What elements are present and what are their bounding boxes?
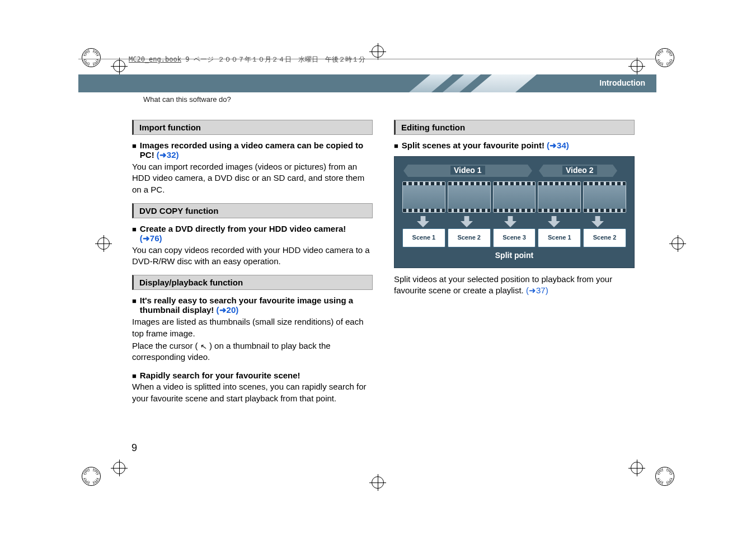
scene-box: Scene 2 bbox=[583, 228, 626, 247]
page-subheader: What can this software do? bbox=[143, 95, 231, 104]
scene-row: Scene 1 Scene 2 Scene 3 Scene 1 Scene 2 bbox=[402, 228, 626, 247]
display-body-2: When a video is splitted into scenes, yo… bbox=[132, 381, 373, 404]
crop-circle-tl bbox=[82, 48, 101, 67]
display-bullet1-label: It's really easy to search your favourit… bbox=[140, 296, 353, 315]
page-number: 9 bbox=[132, 442, 137, 454]
crop-cross-ml bbox=[95, 235, 112, 252]
crop-circle-br bbox=[655, 467, 674, 486]
edit-bullet-link[interactable]: (➜34) bbox=[544, 140, 569, 150]
bullet-icon: ■ bbox=[132, 142, 137, 161]
dvd-bullet-link[interactable]: (➜76) bbox=[140, 233, 346, 243]
down-arrow-icon bbox=[417, 216, 429, 227]
edit-bullet: ■ Split scenes at your favourite point! … bbox=[394, 140, 635, 151]
display-bullet2-label: Rapidly search for your favourite scene! bbox=[140, 371, 300, 380]
bullet-icon: ■ bbox=[132, 372, 137, 381]
display-bullet-1: ■ It's really easy to search your favour… bbox=[132, 296, 373, 315]
crop-cross-tc bbox=[369, 43, 386, 60]
edit-heading: Editing function bbox=[394, 120, 635, 135]
video2-label: Video 2 bbox=[562, 166, 597, 175]
scene-box: Scene 1 bbox=[538, 228, 581, 247]
bullet-icon: ■ bbox=[132, 225, 137, 245]
down-arrow-icon bbox=[461, 216, 473, 227]
crop-cross-br2 bbox=[628, 460, 645, 476]
file-rest: 9 ページ ２００７年１０月２４日 水曜日 午後２時１分 bbox=[181, 55, 365, 63]
dvd-bullet: ■ Create a DVD directly from your HDD vi… bbox=[132, 224, 373, 243]
dvd-bullet-text: Create a DVD directly from your HDD vide… bbox=[140, 224, 346, 243]
film-row bbox=[402, 181, 626, 213]
film-thumb bbox=[448, 181, 491, 213]
display-bullet1-link[interactable]: (➜20) bbox=[214, 305, 238, 315]
edit-body-link[interactable]: (➜37) bbox=[524, 285, 548, 295]
banner-stripes bbox=[420, 74, 554, 92]
import-heading: Import function bbox=[132, 120, 373, 135]
edit-bullet-label: Split scenes at your favourite point! bbox=[402, 140, 544, 150]
dvd-bullet-label: Create a DVD directly from your HDD vide… bbox=[140, 224, 346, 233]
crop-cross-tr2 bbox=[628, 58, 645, 74]
left-column: Import function ■ Images recorded using … bbox=[132, 120, 373, 412]
scene-box: Scene 3 bbox=[493, 228, 536, 247]
down-arrow-icon bbox=[504, 216, 516, 227]
crop-circle-bl bbox=[82, 467, 101, 486]
bullet-icon: ■ bbox=[132, 297, 137, 316]
file-name: MC20_eng.book bbox=[129, 55, 181, 63]
down-arrow-icon bbox=[591, 216, 604, 227]
film-thumb bbox=[402, 181, 445, 213]
display-bullet-2: ■ Rapidly search for your favourite scen… bbox=[132, 371, 373, 380]
display-body-1a: Images are listed as thumbnails (small s… bbox=[132, 316, 373, 339]
scene-box: Scene 2 bbox=[448, 228, 491, 247]
display-bullet1-text: It's really easy to search your favourit… bbox=[140, 296, 373, 315]
right-column: Editing function ■ Split scenes at your … bbox=[394, 120, 635, 412]
film-thumb bbox=[538, 181, 581, 213]
import-body: You can import recorded images (videos o… bbox=[132, 161, 373, 195]
display-body-1b: Place the cursor ( ↖ ) on a thumbnail to… bbox=[132, 340, 373, 363]
dvd-heading: DVD COPY function bbox=[132, 203, 373, 218]
scene-box: Scene 1 bbox=[402, 228, 445, 247]
split-point-label: Split point bbox=[495, 251, 533, 260]
import-bullet-text: Images recorded using a video camera can… bbox=[140, 140, 373, 160]
split-diagram: Video 1 Video 2 Scene 1 Scene 2 Sce bbox=[394, 156, 635, 268]
section-banner: Introduction bbox=[78, 74, 656, 92]
content-area: Import function ■ Images recorded using … bbox=[132, 120, 656, 412]
crop-cross-bc bbox=[369, 474, 386, 491]
crop-cross-mr bbox=[669, 235, 686, 252]
crop-cross-bl2 bbox=[111, 460, 128, 476]
file-tag: MC20_eng.book 9 ページ ２００７年１０月２４日 水曜日 午後２時… bbox=[129, 55, 365, 64]
cursor-pre: Place the cursor ( bbox=[132, 341, 200, 350]
crop-circle-tr bbox=[655, 48, 674, 67]
edit-body-text: Split videos at your selected position t… bbox=[394, 274, 612, 295]
bullet-icon: ■ bbox=[394, 142, 398, 152]
import-bullet: ■ Images recorded using a video camera c… bbox=[132, 140, 373, 160]
crop-cross-tl2 bbox=[111, 58, 128, 74]
down-arrow-icon bbox=[548, 216, 560, 227]
film-thumb bbox=[493, 181, 536, 213]
dvd-body: You can copy videos recorded with your H… bbox=[132, 245, 373, 268]
banner-label: Introduction bbox=[599, 78, 645, 87]
edit-body: Split videos at your selected position t… bbox=[394, 274, 635, 297]
film-thumb bbox=[583, 181, 626, 213]
import-bullet-link[interactable]: (➜32) bbox=[154, 150, 179, 160]
edit-bullet-text: Split scenes at your favourite point! (➜… bbox=[402, 140, 569, 151]
display-heading: Display/playback function bbox=[132, 275, 373, 290]
video1-label: Video 1 bbox=[450, 166, 485, 175]
